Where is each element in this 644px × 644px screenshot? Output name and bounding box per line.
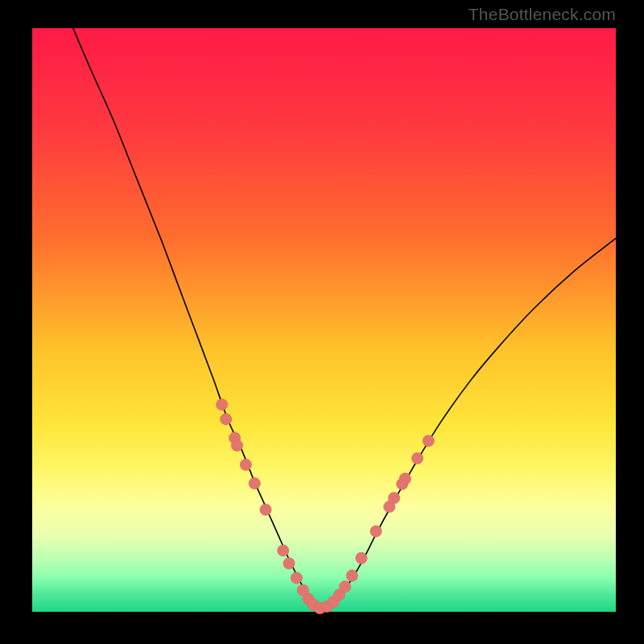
data-marker <box>370 526 382 537</box>
data-marker <box>283 558 295 569</box>
chart-frame: TheBottleneck.com <box>0 0 644 644</box>
data-marker <box>249 477 260 489</box>
data-marker <box>260 504 271 515</box>
data-marker <box>221 414 232 425</box>
data-marker <box>240 459 251 470</box>
data-marker <box>423 435 434 446</box>
data-marker <box>339 581 350 592</box>
data-marker <box>356 552 367 564</box>
data-marker <box>216 398 227 410</box>
curve-left-curve <box>73 28 319 609</box>
chart-svg <box>0 0 644 644</box>
data-marker <box>278 545 289 556</box>
data-marker <box>231 440 242 451</box>
data-marker <box>291 572 302 584</box>
data-marker <box>388 492 399 503</box>
data-marker <box>346 570 357 581</box>
data-marker <box>399 473 411 485</box>
data-marker <box>411 452 423 464</box>
